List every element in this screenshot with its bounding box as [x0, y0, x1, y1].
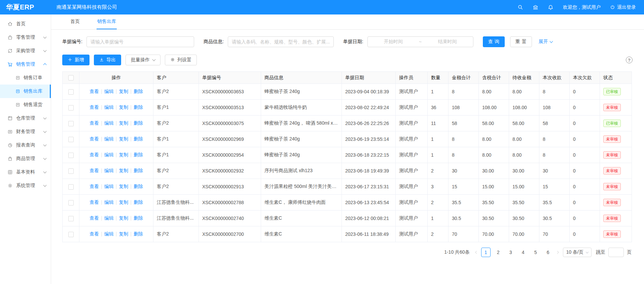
action-copy[interactable]: 复制 — [119, 89, 128, 94]
logout-button[interactable]: 退出登录 — [610, 4, 636, 10]
action-view[interactable]: 查看 — [90, 152, 99, 157]
sidebar-subitem-sales-outbound[interactable]: 销售出库 — [0, 85, 51, 98]
sidebar-subitem-sales-order[interactable]: 销售订单 — [0, 71, 51, 85]
bill-no-input[interactable] — [86, 36, 194, 47]
action-copy[interactable]: 复制 — [119, 199, 128, 205]
action-edit[interactable]: 编辑 — [104, 231, 114, 236]
select-all-checkbox[interactable] — [68, 75, 74, 81]
action-edit[interactable]: 编辑 — [104, 152, 114, 157]
row-checkbox[interactable] — [68, 137, 74, 142]
action-view[interactable]: 查看 — [90, 120, 99, 126]
table-row: 查看|编辑|复制|删除客户2XSCK00000002700维生素C2023-06… — [63, 226, 632, 242]
action-view[interactable]: 查看 — [90, 89, 99, 94]
page-2[interactable]: 2 — [494, 248, 503, 257]
action-delete[interactable]: 删除 — [134, 120, 143, 126]
column-settings-button[interactable]: 列设置 — [165, 55, 197, 65]
action-edit[interactable]: 编辑 — [104, 184, 114, 189]
cell-product: 蒙牛精选牧场纯牛奶 — [261, 100, 342, 116]
sidebar-item-home[interactable]: 首页 — [0, 17, 51, 31]
product-info-input[interactable] — [228, 36, 334, 47]
sidebar-item-system[interactable]: 系统管理 — [0, 179, 51, 192]
help-icon[interactable]: ? — [626, 57, 633, 63]
page-4[interactable]: 4 — [518, 248, 528, 257]
action-delete[interactable]: 删除 — [134, 231, 143, 236]
add-button[interactable]: 新增 — [62, 55, 90, 65]
cell-product: 美汁源果粒橙 500ml 美汁美汁美汁... — [261, 179, 342, 195]
action-view[interactable]: 查看 — [90, 168, 99, 173]
table-row: 查看|编辑|复制|删除客户2XSCK00000003653蜂蜜柚子茶 240g2… — [63, 84, 632, 100]
sidebar-item-finance[interactable]: 财务管理 — [0, 125, 51, 138]
search-button[interactable]: 查询 — [483, 36, 505, 47]
row-checkbox[interactable] — [68, 153, 74, 158]
date-range-picker[interactable]: 开始时间 ~ 结束时间 — [367, 36, 473, 47]
bell-icon[interactable] — [548, 4, 553, 10]
action-view[interactable]: 查看 — [90, 184, 99, 189]
sidebar-item-basedata[interactable]: 基本资料 — [0, 165, 51, 179]
cell-debt: 0 — [570, 84, 600, 100]
page-size-select[interactable]: 10 条/页 — [563, 248, 592, 257]
row-checkbox[interactable] — [68, 232, 74, 237]
action-copy[interactable]: 复制 — [119, 152, 128, 157]
action-delete[interactable]: 删除 — [134, 199, 143, 205]
export-button[interactable]: 导出 — [94, 55, 121, 65]
row-checkbox[interactable] — [68, 168, 74, 174]
action-delete[interactable]: 删除 — [134, 136, 143, 141]
page-3[interactable]: 3 — [506, 248, 515, 257]
action-view[interactable]: 查看 — [90, 231, 99, 236]
action-edit[interactable]: 编辑 — [104, 199, 114, 205]
cell-operator: 测试用户 — [396, 226, 428, 242]
status-badge: 未审核 — [603, 151, 621, 159]
action-delete[interactable]: 删除 — [134, 184, 143, 189]
bank-icon[interactable] — [533, 4, 538, 10]
action-edit[interactable]: 编辑 — [104, 89, 114, 94]
sidebar-item-report[interactable]: 报表查询 — [0, 138, 51, 152]
action-edit[interactable]: 编辑 — [104, 104, 114, 110]
tab-home[interactable]: 首页 — [70, 14, 80, 29]
row-checkbox[interactable] — [68, 89, 74, 95]
page-6[interactable]: 6 — [543, 248, 553, 257]
cell-qty: 1 — [428, 211, 449, 226]
sidebar-item-purchase[interactable]: 采购管理 — [0, 44, 51, 58]
row-checkbox[interactable] — [68, 216, 74, 221]
action-edit[interactable]: 编辑 — [104, 168, 114, 173]
tab-sales-outbound[interactable]: 销售出库 — [97, 14, 117, 29]
reset-button[interactable]: 重置 — [510, 36, 532, 47]
batch-actions-button[interactable]: 批量操作 — [126, 55, 160, 65]
action-view[interactable]: 查看 — [90, 199, 99, 205]
sidebar-item-retail[interactable]: 零售管理 — [0, 31, 51, 44]
search-icon[interactable] — [517, 4, 523, 10]
action-view[interactable]: 查看 — [90, 215, 99, 221]
action-copy[interactable]: 复制 — [119, 231, 128, 236]
sidebar-item-sales[interactable]: 销售管理 — [0, 58, 51, 71]
page-5[interactable]: 5 — [531, 248, 540, 257]
action-copy[interactable]: 复制 — [119, 120, 128, 126]
expand-link[interactable]: 展开 — [539, 39, 552, 45]
action-delete[interactable]: 删除 — [134, 152, 143, 157]
action-view[interactable]: 查看 — [90, 136, 99, 141]
sidebar-item-warehouse[interactable]: 仓库管理 — [0, 112, 51, 125]
action-view[interactable]: 查看 — [90, 104, 99, 110]
date-range-separator: ~ — [419, 39, 422, 44]
action-copy[interactable]: 复制 — [119, 215, 128, 221]
sidebar-item-product[interactable]: 商品管理 — [0, 152, 51, 165]
action-delete[interactable]: 删除 — [134, 215, 143, 221]
action-copy[interactable]: 复制 — [119, 168, 128, 173]
row-checkbox[interactable] — [68, 184, 74, 190]
row-checkbox[interactable] — [68, 200, 74, 206]
action-delete[interactable]: 删除 — [134, 168, 143, 173]
next-page-icon[interactable] — [556, 250, 560, 254]
action-copy[interactable]: 复制 — [119, 104, 128, 110]
action-edit[interactable]: 编辑 — [104, 215, 114, 221]
action-copy[interactable]: 复制 — [119, 184, 128, 189]
action-delete[interactable]: 删除 — [134, 104, 143, 110]
jump-page-input[interactable] — [608, 248, 624, 257]
page-1[interactable]: 1 — [481, 248, 491, 257]
action-edit[interactable]: 编辑 — [104, 120, 114, 126]
action-edit[interactable]: 编辑 — [104, 136, 114, 141]
action-copy[interactable]: 复制 — [119, 136, 128, 141]
prev-page-icon[interactable] — [474, 250, 478, 254]
row-checkbox[interactable] — [68, 105, 74, 111]
action-delete[interactable]: 删除 — [134, 89, 143, 94]
row-checkbox[interactable] — [68, 121, 74, 126]
sidebar-subitem-sales-return[interactable]: 销售退货 — [0, 98, 51, 112]
